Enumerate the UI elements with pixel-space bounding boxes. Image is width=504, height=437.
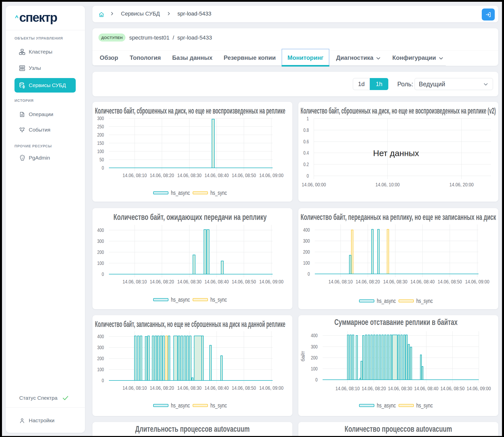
svg-text:14.06, 10:00: 14.06, 10:00 bbox=[376, 182, 400, 187]
svg-text:14.06, 08:10: 14.06, 08:10 bbox=[123, 279, 147, 284]
svg-text:байт: байт bbox=[300, 351, 306, 361]
svg-text:14.06, 08:30: 14.06, 08:30 bbox=[383, 279, 408, 284]
svg-text:14.06, 20:00: 14.06, 20:00 bbox=[450, 182, 474, 187]
svg-text:400: 400 bbox=[97, 227, 104, 233]
svg-text:14.06, 08:30: 14.06, 08:30 bbox=[177, 385, 202, 391]
svg-text:Количество байт, ожидающих пер: Количество байт, ожидающих передачи на р… bbox=[113, 212, 267, 222]
svg-text:300: 300 bbox=[311, 344, 318, 349]
svg-text:Количество байт, сброшенных на: Количество байт, сброшенных на диск, но … bbox=[95, 106, 285, 115]
svg-text:14.06, 08:20: 14.06, 08:20 bbox=[150, 279, 174, 284]
svg-text:Количество байт, сброшенных на: Количество байт, сброшенных на диск, но … bbox=[301, 106, 496, 115]
svg-text:14.06, 08:10: 14.06, 08:10 bbox=[336, 385, 360, 391]
svg-text:14.06, 08:40: 14.06, 08:40 bbox=[411, 279, 435, 284]
svg-text:14.06, 09:00: 14.06, 09:00 bbox=[259, 385, 284, 391]
svg-text:14.06, 08:20: 14.06, 08:20 bbox=[150, 385, 174, 391]
svg-text:14.06, 09:00: 14.06, 09:00 bbox=[465, 279, 490, 284]
svg-text:0: 0 bbox=[102, 271, 104, 277]
svg-text:0: 0 bbox=[102, 377, 104, 383]
svg-text:200: 200 bbox=[303, 249, 310, 255]
svg-text:14.06, 00:00: 14.06, 00:00 bbox=[302, 182, 326, 187]
svg-text:14.06, 08:40: 14.06, 08:40 bbox=[205, 172, 229, 178]
svg-text:Количество байт, переданных на: Количество байт, переданных на реплику, … bbox=[301, 212, 496, 222]
svg-text:14.06, 08:50: 14.06, 08:50 bbox=[441, 385, 465, 391]
svg-text:hs_sync: hs_sync bbox=[416, 298, 433, 304]
svg-text:100: 100 bbox=[303, 260, 310, 266]
svg-text:hs_sync: hs_sync bbox=[210, 190, 227, 196]
svg-text:14.06, 09:00: 14.06, 09:00 bbox=[467, 385, 491, 391]
svg-text:0: 0 bbox=[315, 377, 318, 382]
svg-text:300: 300 bbox=[97, 115, 104, 121]
svg-text:14.06, 08:10: 14.06, 08:10 bbox=[123, 385, 147, 391]
svg-text:0.6: 0.6 bbox=[303, 139, 309, 144]
svg-text:hs_async: hs_async bbox=[171, 402, 190, 409]
svg-text:300: 300 bbox=[97, 238, 104, 244]
svg-text:14.06, 08:20: 14.06, 08:20 bbox=[150, 172, 174, 178]
svg-text:0: 0 bbox=[102, 165, 104, 171]
svg-text:100: 100 bbox=[311, 366, 318, 371]
svg-text:14.06, 09:00: 14.06, 09:00 bbox=[259, 279, 284, 284]
svg-text:14.06, 08:40: 14.06, 08:40 bbox=[205, 385, 229, 391]
svg-text:0.4: 0.4 bbox=[303, 150, 309, 156]
svg-text:14.06, 08:20: 14.06, 08:20 bbox=[356, 279, 380, 284]
svg-text:0: 0 bbox=[308, 271, 310, 277]
svg-text:100: 100 bbox=[97, 366, 104, 372]
svg-text:400: 400 bbox=[311, 332, 318, 338]
svg-text:400: 400 bbox=[303, 227, 310, 233]
svg-text:1: 1 bbox=[307, 116, 309, 121]
svg-text:300: 300 bbox=[303, 238, 310, 244]
svg-text:400: 400 bbox=[97, 333, 104, 339]
svg-text:14.06, 08:40: 14.06, 08:40 bbox=[205, 279, 229, 284]
svg-text:50: 50 bbox=[99, 157, 104, 162]
svg-text:100: 100 bbox=[97, 148, 104, 154]
svg-text:200: 200 bbox=[97, 132, 104, 138]
svg-text:hs_sync: hs_sync bbox=[210, 402, 227, 409]
svg-text:200: 200 bbox=[311, 355, 318, 360]
svg-text:Количество процессов autovacuu: Количество процессов autovacuum bbox=[345, 424, 452, 433]
svg-text:14.06, 08:30: 14.06, 08:30 bbox=[177, 279, 202, 284]
svg-text:200: 200 bbox=[97, 249, 104, 255]
svg-text:0.8: 0.8 bbox=[303, 127, 309, 133]
svg-text:hs_sync: hs_sync bbox=[210, 296, 227, 303]
svg-text:hs_sync: hs_sync bbox=[416, 402, 433, 409]
svg-text:14.06, 08:50: 14.06, 08:50 bbox=[232, 172, 256, 178]
svg-text:14.06, 08:50: 14.06, 08:50 bbox=[232, 279, 256, 284]
svg-text:150: 150 bbox=[97, 140, 104, 146]
svg-text:Нет данных: Нет данных bbox=[373, 148, 419, 158]
svg-text:14.06, 09:00: 14.06, 09:00 bbox=[259, 172, 284, 178]
svg-text:14.06, 08:40: 14.06, 08:40 bbox=[414, 385, 439, 391]
svg-text:300: 300 bbox=[97, 344, 104, 350]
svg-text:Суммарное отставание реплики в: Суммарное отставание реплики в байтах bbox=[334, 317, 458, 327]
svg-text:100: 100 bbox=[97, 260, 104, 266]
svg-text:14.06, 08:30: 14.06, 08:30 bbox=[388, 385, 412, 391]
svg-text:0.2: 0.2 bbox=[303, 161, 309, 167]
svg-text:hs_async: hs_async bbox=[171, 190, 190, 196]
svg-text:200: 200 bbox=[97, 355, 104, 361]
svg-text:Длительность процессов autovac: Длительность процессов autovacuum bbox=[135, 424, 250, 433]
svg-text:hs_async: hs_async bbox=[171, 296, 190, 303]
svg-text:14.06, 08:30: 14.06, 08:30 bbox=[177, 172, 202, 178]
svg-text:0: 0 bbox=[307, 173, 309, 179]
svg-text:14.06, 08:50: 14.06, 08:50 bbox=[438, 279, 462, 284]
svg-text:hs_async: hs_async bbox=[377, 298, 396, 304]
svg-text:14.06, 08:50: 14.06, 08:50 bbox=[232, 385, 256, 391]
svg-text:Количество байт, записанных, н: Количество байт, записанных, но еще не с… bbox=[95, 319, 285, 329]
svg-text:250: 250 bbox=[97, 124, 104, 129]
svg-text:14.06, 08:10: 14.06, 08:10 bbox=[329, 279, 353, 284]
svg-text:14.06, 08:20: 14.06, 08:20 bbox=[362, 385, 386, 391]
svg-text:hs_async: hs_async bbox=[377, 402, 396, 409]
svg-text:14.06, 08:10: 14.06, 08:10 bbox=[123, 172, 147, 178]
